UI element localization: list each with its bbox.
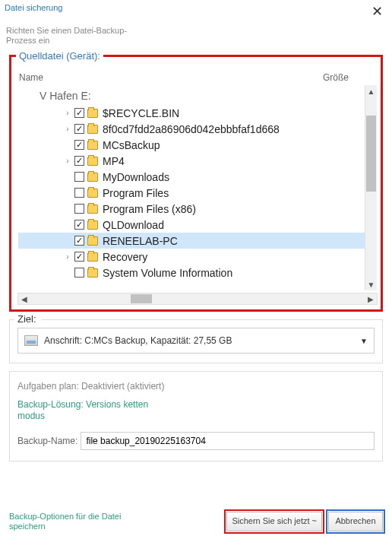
tree-row[interactable]: ›$RECYCLE.BIN: [18, 105, 365, 121]
checkbox[interactable]: [74, 268, 84, 278]
folder-icon: [87, 173, 98, 182]
source-panel: Quelldatei (Gerät): Name Größe V Hafen E…: [9, 55, 383, 312]
destination-legend: Ziel:: [14, 313, 42, 325]
hscroll-thumb[interactable]: [131, 294, 152, 303]
drive-icon: [24, 335, 38, 346]
scroll-down-icon[interactable]: ▼: [365, 278, 377, 290]
folder-icon: [87, 205, 98, 214]
scroll-up-icon[interactable]: ▲: [365, 85, 377, 97]
tree-row[interactable]: ›Recovery: [18, 249, 365, 265]
scroll-thumb[interactable]: [366, 116, 376, 192]
window-description: Richten Sie einen Datei-Backup-Prozess e…: [0, 23, 152, 52]
folder-icon: [87, 109, 98, 118]
dialog-footer: Backup-Optionen für die Datei speichern …: [0, 507, 392, 531]
scroll-right-icon[interactable]: ▶: [365, 295, 377, 303]
checkbox[interactable]: [74, 140, 84, 150]
folder-icon: [87, 189, 98, 198]
tree-row-label: MCsBackup: [103, 139, 365, 151]
tree-row-label: Program Files (x86): [103, 203, 365, 215]
expander-icon[interactable]: ›: [62, 252, 73, 261]
folder-icon: [87, 268, 98, 278]
tree-row-label: Recovery: [103, 251, 365, 263]
tree-row[interactable]: ›8f0cd7fdd2a86906d042ebbbfaf1d668: [18, 121, 365, 137]
folder-icon: [87, 236, 98, 246]
destination-panel: Ziel: Anschrift: C:MCs Backup, Kapazität…: [9, 319, 383, 363]
tree-row-label: 8f0cd7fdd2a86906d042ebbbfaf1d668: [103, 123, 365, 135]
expander-icon[interactable]: ›: [62, 157, 73, 165]
tree-row-label: System Volume Information: [103, 267, 365, 279]
tree-row-label: MyDownloads: [103, 171, 365, 183]
tree-row[interactable]: ›MP4: [18, 153, 365, 169]
folder-icon: [87, 141, 98, 150]
folder-icon: [87, 220, 98, 230]
tree-vertical-scrollbar[interactable]: ▲ ▼: [365, 85, 377, 290]
tree-row-label: RENEELAB-PC: [103, 235, 365, 247]
checkbox[interactable]: [74, 236, 84, 246]
folder-icon: [87, 157, 98, 166]
scroll-left-icon[interactable]: ◀: [18, 295, 30, 303]
source-legend: Quelldatei (Gerät):: [16, 50, 103, 62]
checkbox[interactable]: [74, 204, 84, 214]
checkbox[interactable]: [74, 156, 84, 166]
destination-text: Anschrift: C:MCs Backup, Kapazität: 27,5…: [44, 335, 360, 346]
checkbox[interactable]: [74, 252, 84, 262]
tree-row[interactable]: ›MCsBackup: [18, 137, 365, 153]
tree-row[interactable]: ›MyDownloads: [18, 169, 365, 185]
checkbox[interactable]: [74, 124, 84, 134]
tree-row-label: QLDownload: [103, 219, 365, 231]
expander-icon[interactable]: ›: [62, 109, 73, 117]
tree-horizontal-scrollbar[interactable]: ◀ ▶: [17, 293, 378, 305]
checkbox[interactable]: [74, 188, 84, 198]
window-title: Datei sicherung: [5, 3, 62, 12]
backup-name-input[interactable]: [81, 432, 375, 450]
col-header-name[interactable]: Name: [19, 72, 323, 83]
col-header-size[interactable]: Größe: [323, 72, 376, 83]
folder-icon: [87, 125, 98, 134]
backup-name-label: Backup-Name:: [17, 436, 77, 446]
schedule-plan-text: Aufgaben plan: Deaktiviert (aktiviert): [17, 381, 375, 392]
checkbox[interactable]: [74, 108, 84, 118]
tree-row[interactable]: ›System Volume Information: [18, 265, 365, 281]
tree-row-label: Program Files: [103, 187, 365, 199]
tree-row-label: $RECYCLE.BIN: [103, 107, 365, 119]
tree-root-label[interactable]: V Hafen E:: [18, 88, 365, 105]
destination-dropdown[interactable]: Anschrift: C:MCs Backup, Kapazität: 27,5…: [17, 328, 375, 354]
schedule-panel: Aufgaben plan: Deaktiviert (aktiviert) B…: [9, 371, 383, 461]
backup-now-button[interactable]: Sichern Sie sich jetzt ~: [226, 512, 322, 531]
tree-row[interactable]: ›Program Files (x86): [18, 201, 365, 217]
checkbox[interactable]: [74, 220, 84, 230]
folder-icon: [87, 252, 98, 262]
cancel-button[interactable]: Abbrechen: [328, 512, 383, 531]
tree-row[interactable]: ›QLDownload: [18, 217, 365, 233]
close-icon[interactable]: ✕: [367, 3, 387, 20]
chevron-down-icon: ▼: [360, 337, 368, 345]
checkbox[interactable]: [74, 172, 84, 182]
tree-row-label: MP4: [103, 155, 365, 167]
backup-options-link[interactable]: Backup-Optionen für die Datei speichern: [9, 512, 138, 531]
backup-solution-link[interactable]: Backup-Lösung: Versions ketten modus: [17, 399, 169, 421]
tree-row[interactable]: ›Program Files: [18, 185, 365, 201]
file-tree[interactable]: V Hafen E: ›$RECYCLE.BIN›8f0cd7fdd2a8690…: [17, 84, 378, 291]
expander-icon[interactable]: ›: [62, 125, 73, 133]
tree-header: Name Größe: [19, 72, 376, 83]
tree-row[interactable]: ›RENEELAB-PC: [18, 233, 365, 249]
